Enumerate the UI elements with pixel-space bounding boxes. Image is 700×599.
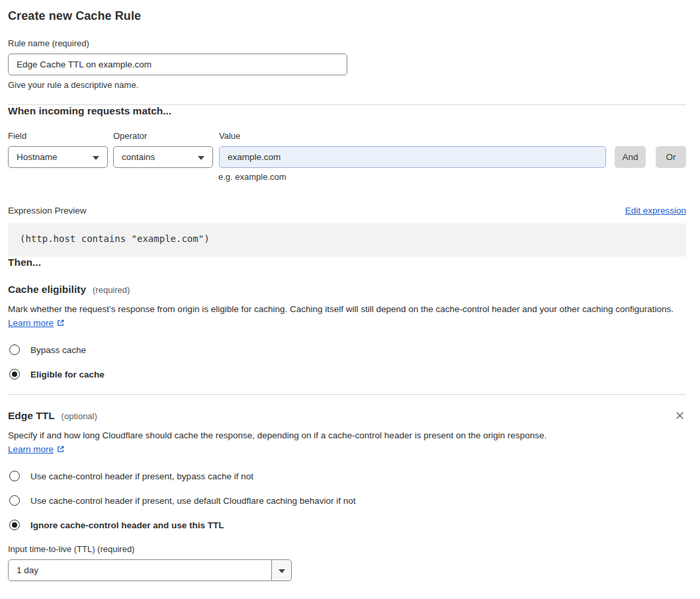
radio-option-use-header-bypass[interactable]: Use cache-control header if present, byp… bbox=[8, 471, 686, 481]
rule-name-input[interactable] bbox=[8, 54, 347, 75]
field-label: Field bbox=[8, 131, 108, 141]
expression-preview-label: Expression Preview bbox=[8, 206, 87, 216]
ttl-dropdown-button[interactable] bbox=[271, 559, 292, 581]
radio-icon-selected[interactable] bbox=[9, 369, 20, 379]
value-label: Value bbox=[219, 131, 606, 141]
radio-option-label[interactable]: Use cache-control header if present, use… bbox=[30, 496, 356, 506]
cache-eligibility-options: Bypass cache Eligible for cache bbox=[8, 344, 686, 379]
edge-ttl-titlebar: Edge TTL (optional) bbox=[8, 395, 686, 422]
then-heading: Then... bbox=[8, 257, 686, 268]
page-title: Create new Cache Rule bbox=[8, 9, 686, 23]
edge-ttl-title: Edge TTL bbox=[8, 410, 55, 422]
cache-eligibility-description: Mark whether the request’s response from… bbox=[8, 302, 686, 331]
operator-select[interactable]: contains bbox=[113, 146, 213, 168]
field-select-value: Hostname bbox=[17, 152, 58, 162]
match-controls-row: Hostname contains And Or bbox=[8, 146, 686, 168]
radio-option-bypass-cache[interactable]: Bypass cache bbox=[8, 344, 686, 355]
ttl-combobox bbox=[8, 559, 292, 581]
radio-option-label[interactable]: Use cache-control header if present, byp… bbox=[30, 471, 253, 481]
chevron-down-icon bbox=[198, 152, 204, 162]
chevron-down-icon bbox=[93, 152, 99, 162]
field-select[interactable]: Hostname bbox=[8, 146, 108, 168]
cache-eligibility-titlebar: Cache eligibility (required) bbox=[8, 284, 686, 296]
radio-icon[interactable] bbox=[9, 344, 20, 355]
match-heading: When incoming requests match... bbox=[8, 105, 686, 117]
remove-edge-ttl-button[interactable] bbox=[674, 409, 686, 422]
expression-header: Expression Preview Edit expression bbox=[8, 206, 686, 216]
radio-option-label[interactable]: Eligible for cache bbox=[30, 370, 105, 379]
or-button[interactable]: Or bbox=[656, 146, 686, 168]
chevron-down-icon bbox=[279, 565, 285, 575]
radio-icon-selected[interactable] bbox=[9, 520, 20, 530]
expression-code-block: (http.host contains "example.com") bbox=[8, 223, 686, 257]
radio-option-ignore-header-use-ttl[interactable]: Ignore cache-control header and use this… bbox=[8, 520, 686, 530]
and-button[interactable]: And bbox=[615, 146, 646, 168]
radio-option-label[interactable]: Ignore cache-control header and use this… bbox=[30, 520, 224, 530]
edge-ttl-description-text: Specify if and how long Cloudflare shoul… bbox=[8, 430, 547, 440]
rule-name-helper: Give your rule a descriptive name. bbox=[8, 80, 686, 90]
external-link-icon bbox=[56, 444, 65, 458]
edge-ttl-options: Use cache-control header if present, byp… bbox=[8, 471, 686, 530]
cache-eligibility-section: Cache eligibility (required) Mark whethe… bbox=[8, 284, 686, 379]
edge-ttl-qualifier: (optional) bbox=[62, 411, 97, 421]
rule-name-label: Rule name (required) bbox=[8, 38, 686, 48]
value-helper: e.g. example.com bbox=[218, 172, 686, 182]
external-link-icon bbox=[56, 317, 65, 331]
match-labels-row: Field Operator Value bbox=[8, 131, 686, 141]
operator-select-value: contains bbox=[122, 152, 155, 162]
radio-option-label[interactable]: Bypass cache bbox=[30, 345, 86, 355]
radio-icon[interactable] bbox=[9, 495, 20, 506]
edge-ttl-learn-more-link[interactable]: Learn more bbox=[8, 444, 54, 454]
rule-name-block: Rule name (required) Give your rule a de… bbox=[8, 38, 686, 90]
radio-icon[interactable] bbox=[9, 471, 20, 481]
radio-option-use-header-default[interactable]: Use cache-control header if present, use… bbox=[8, 495, 686, 506]
edge-ttl-section: Edge TTL (optional) Specify if and how l… bbox=[8, 395, 686, 581]
value-input[interactable] bbox=[219, 146, 606, 168]
cache-eligibility-learn-more-link[interactable]: Learn more bbox=[8, 318, 54, 328]
cache-eligibility-qualifier: (required) bbox=[93, 285, 130, 295]
create-cache-rule-form: Create new Cache Rule Rule name (require… bbox=[0, 0, 700, 594]
edge-ttl-description: Specify if and how long Cloudflare shoul… bbox=[8, 428, 558, 458]
ttl-value-input[interactable] bbox=[8, 559, 272, 581]
ttl-input-block: Input time-to-live (TTL) (required) bbox=[8, 544, 686, 581]
radio-option-eligible-for-cache[interactable]: Eligible for cache bbox=[8, 369, 686, 379]
cache-eligibility-description-text: Mark whether the request’s response from… bbox=[8, 304, 674, 314]
operator-label: Operator bbox=[113, 131, 213, 141]
ttl-label: Input time-to-live (TTL) (required) bbox=[8, 544, 686, 554]
close-icon bbox=[675, 413, 685, 422]
cache-eligibility-title: Cache eligibility bbox=[8, 284, 86, 296]
edit-expression-link[interactable]: Edit expression bbox=[625, 206, 686, 216]
